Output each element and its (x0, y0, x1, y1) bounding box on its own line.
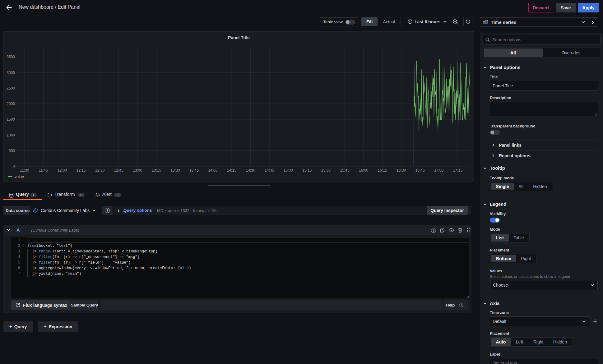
svg-text:14:45: 14:45 (265, 168, 274, 173)
svg-text:2000: 2000 (7, 102, 15, 106)
svg-text:13:30: 13:30 (170, 168, 180, 173)
svg-text:17:00: 17:00 (434, 168, 443, 173)
svg-text:17:15: 17:15 (453, 168, 462, 173)
svg-text:12:15: 12:15 (76, 168, 86, 173)
svg-text:1000: 1000 (7, 133, 15, 137)
svg-text:2500: 2500 (7, 86, 15, 90)
svg-text:3500: 3500 (7, 55, 15, 59)
svg-text:16:30: 16:30 (397, 168, 406, 173)
svg-text:14:15: 14:15 (227, 168, 236, 173)
svg-text:1500: 1500 (7, 117, 15, 122)
svg-text:15:45: 15:45 (340, 168, 349, 173)
svg-text:14:30: 14:30 (246, 168, 255, 173)
svg-text:13:15: 13:15 (152, 168, 161, 173)
svg-text:15:15: 15:15 (302, 168, 312, 173)
svg-text:13:45: 13:45 (189, 168, 199, 173)
svg-text:value: value (15, 175, 24, 179)
svg-text:11:45: 11:45 (39, 168, 48, 173)
svg-text:3000: 3000 (7, 71, 15, 75)
svg-text:12:00: 12:00 (58, 168, 67, 173)
svg-text:14:00: 14:00 (208, 168, 217, 173)
svg-text:15:30: 15:30 (321, 168, 331, 173)
svg-text:12:45: 12:45 (114, 168, 123, 173)
svg-text:15:00: 15:00 (284, 168, 293, 173)
svg-text:16:00: 16:00 (359, 168, 368, 173)
svg-text:11:30: 11:30 (20, 168, 29, 173)
svg-text:500: 500 (9, 149, 15, 153)
svg-text:0: 0 (13, 164, 15, 168)
svg-text:16:45: 16:45 (415, 168, 425, 173)
svg-text:13:00: 13:00 (133, 168, 142, 173)
svg-text:12:30: 12:30 (95, 168, 104, 173)
svg-text:16:15: 16:15 (378, 168, 387, 173)
